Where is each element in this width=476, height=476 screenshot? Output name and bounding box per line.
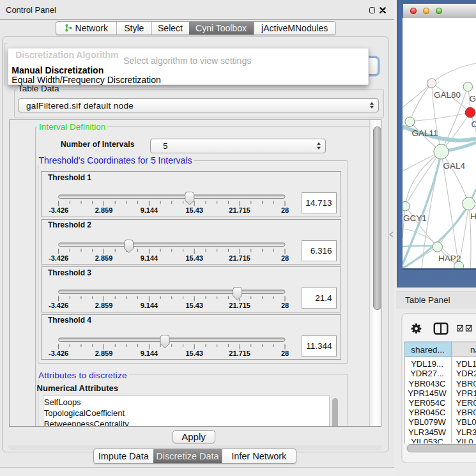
svg-text:9.144: 9.144 <box>141 349 158 357</box>
svg-text:YDL1: YDL1 <box>456 359 476 369</box>
svg-text:2.859: 2.859 <box>95 302 113 309</box>
svg-text:2.859: 2.859 <box>95 349 113 357</box>
svg-text:GAL80: GAL80 <box>434 89 461 99</box>
svg-text:HAP2: HAP2 <box>438 253 461 263</box>
svg-text:YBL0: YBL0 <box>456 417 476 427</box>
svg-text:15.43: 15.43 <box>185 206 203 214</box>
svg-text:-3.426: -3.426 <box>49 254 68 261</box>
svg-text:YBL079W: YBL079W <box>408 417 446 427</box>
svg-text:9.144: 9.144 <box>141 206 158 214</box>
svg-text:na: na <box>470 345 476 355</box>
svg-text:28: 28 <box>281 206 289 214</box>
svg-text:28: 28 <box>281 254 289 261</box>
svg-text:HI: HI <box>470 211 476 221</box>
svg-text:YDL19...: YDL19... <box>411 359 443 369</box>
svg-text:YPR1: YPR1 <box>456 388 476 398</box>
svg-text:-3.426: -3.426 <box>49 206 68 214</box>
svg-text:9.144: 9.144 <box>141 254 158 261</box>
svg-text:-3.426: -3.426 <box>49 349 68 357</box>
svg-text:GA: GA <box>470 94 476 104</box>
svg-text:21.715: 21.715 <box>229 349 250 357</box>
svg-text:9.144: 9.144 <box>141 302 158 309</box>
svg-text:shared...: shared... <box>411 345 445 355</box>
svg-text:YLR345W: YLR345W <box>408 427 447 437</box>
svg-text:YBR043C: YBR043C <box>409 379 446 388</box>
svg-text:21.715: 21.715 <box>229 302 250 309</box>
svg-text:GAL11: GAL11 <box>411 128 438 137</box>
svg-text:-3.426: -3.426 <box>49 302 68 309</box>
svg-text:15.43: 15.43 <box>185 254 203 261</box>
svg-text:2.859: 2.859 <box>95 254 113 261</box>
svg-text:YBR0: YBR0 <box>456 379 476 388</box>
svg-text:2.859: 2.859 <box>95 206 113 214</box>
svg-text:YBR0: YBR0 <box>456 408 476 417</box>
svg-text:YDR2: YDR2 <box>456 369 476 378</box>
svg-text:YER0: YER0 <box>456 398 476 408</box>
svg-text:YLR3: YLR3 <box>456 427 476 437</box>
svg-text:15.43: 15.43 <box>185 302 203 309</box>
svg-text:28: 28 <box>281 349 289 357</box>
svg-text:YBR045C: YBR045C <box>409 408 446 417</box>
svg-text:YDR27...: YDR27... <box>410 369 444 378</box>
svg-text:CY: CY <box>472 119 476 128</box>
svg-text:21.715: 21.715 <box>229 206 250 214</box>
svg-text:GCY1: GCY1 <box>403 213 427 222</box>
svg-text:21.715: 21.715 <box>229 254 250 261</box>
svg-text:YER054C: YER054C <box>409 398 446 408</box>
svg-text:GAL4: GAL4 <box>443 161 466 171</box>
svg-text:YPR145W: YPR145W <box>408 388 447 398</box>
svg-text:15.43: 15.43 <box>185 349 203 357</box>
svg-text:28: 28 <box>281 302 289 309</box>
